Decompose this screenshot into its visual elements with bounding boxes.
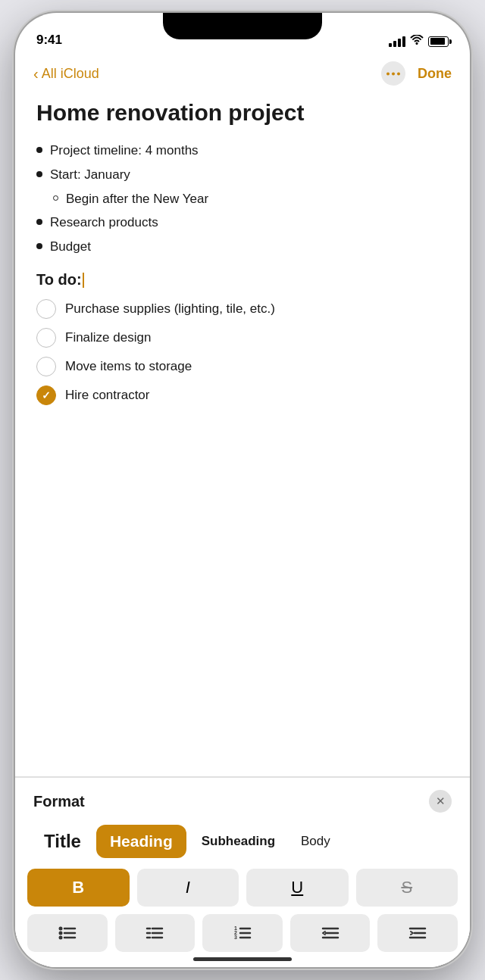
todo-item: Move items to storage [36,357,449,376]
format-close-button[interactable]: ✕ [429,790,452,813]
close-icon: ✕ [436,794,446,808]
signal-icon [389,36,405,47]
bold-icon: B [72,878,84,897]
bullet-item-text: Budget [50,238,91,256]
numbered-list-button[interactable]: 1 2 3 [202,914,283,952]
more-button[interactable] [381,61,405,86]
svg-point-3 [397,72,400,75]
format-panel: Format ✕ Title Heading Subheading Body B… [15,776,470,967]
todo-item-text: Purchase supplies (lighting, tile, etc.) [65,301,275,317]
bullet-item-text: Research products [50,214,158,232]
text-style-row: Title Heading Subheading Body [15,822,470,869]
dash-list-icon [146,925,164,941]
bullet-item-text: Start: January [50,166,130,184]
svg-point-8 [58,936,62,940]
cursor [83,273,84,288]
strikethrough-icon: S [401,878,412,897]
todo-item: Hire contractor [36,385,449,405]
underline-icon: U [291,878,303,897]
list-buttons-row: 1 2 3 [15,914,470,952]
done-button[interactable]: Done [418,66,452,82]
back-label: All iCloud [42,66,99,82]
list-item: Project timeline: 4 months [36,142,449,160]
increase-indent-button[interactable] [377,914,458,952]
wifi-icon [410,35,424,48]
bullet-dot-icon [36,243,42,249]
increase-indent-icon [408,925,427,941]
status-time: 9:41 [36,33,62,48]
style-subheading-button[interactable]: Subheading [191,828,286,855]
todo-checkbox[interactable] [36,357,56,376]
todo-checkbox[interactable] [36,328,56,348]
sub-bullet-icon [53,195,58,201]
svg-text:3: 3 [234,935,237,940]
italic-icon: I [186,878,190,897]
bullet-dot-icon [36,147,42,153]
list-item: Start: January [36,166,449,184]
svg-point-4 [58,927,62,931]
svg-point-1 [386,72,390,75]
ellipsis-icon [386,72,400,76]
dash-list-button[interactable] [115,914,196,952]
italic-button[interactable]: I [137,869,239,907]
bold-button[interactable]: B [27,869,130,907]
battery-icon [428,36,449,47]
svg-point-6 [58,932,62,935]
notch [163,13,322,39]
back-button[interactable]: ‹ All iCloud [33,65,99,83]
todo-item-text: Finalize design [65,330,151,345]
todo-item-text: Hire contractor [65,388,149,403]
phone-frame: 9:41 [15,13,470,967]
format-panel-title: Format [33,793,85,810]
decrease-indent-icon [321,925,340,941]
format-header: Format ✕ [15,778,470,822]
nav-bar: ‹ All iCloud Done [15,54,470,92]
note-content: Home renovation project Project timeline… [15,92,470,770]
numbered-list-icon: 1 2 3 [233,925,252,941]
todo-item-text: Move items to storage [65,359,192,374]
strikethrough-button[interactable]: S [356,869,458,907]
home-indicator [193,957,292,961]
subheading-label: To do: [36,271,449,289]
bullet-dot-icon [36,219,42,225]
status-icons [389,35,449,48]
bullet-list-button[interactable] [27,914,108,952]
bullet-list: Project timeline: 4 months Start: Januar… [36,142,449,256]
todo-checkbox[interactable] [36,299,56,319]
note-title[interactable]: Home renovation project [36,99,449,126]
svg-point-2 [392,72,395,75]
style-heading-button[interactable]: Heading [96,825,186,858]
decrease-indent-button[interactable] [290,914,371,952]
nav-right-actions: Done [381,61,452,86]
todo-checkbox-checked[interactable] [36,385,56,405]
bullet-item-text: Project timeline: 4 months [50,142,199,160]
style-title-button[interactable]: Title [33,825,92,858]
bullet-item-text: Begin after the New Year [66,190,208,208]
back-chevron-icon: ‹ [33,65,39,83]
list-item: Budget [36,238,449,256]
bullet-dot-icon [36,171,42,177]
content-area: ‹ All iCloud Done Home renovation projec… [15,54,470,967]
bullet-list-icon [58,925,77,941]
todo-list: Purchase supplies (lighting, tile, etc.)… [36,299,449,405]
list-item: Begin after the New Year [36,190,449,208]
underline-button[interactable]: U [246,869,349,907]
list-item: Research products [36,214,449,232]
todo-item: Purchase supplies (lighting, tile, etc.) [36,299,449,319]
format-buttons-row: B I U S [15,869,470,907]
style-body-button[interactable]: Body [290,828,341,855]
svg-point-0 [416,42,418,45]
todo-item: Finalize design [36,328,449,348]
